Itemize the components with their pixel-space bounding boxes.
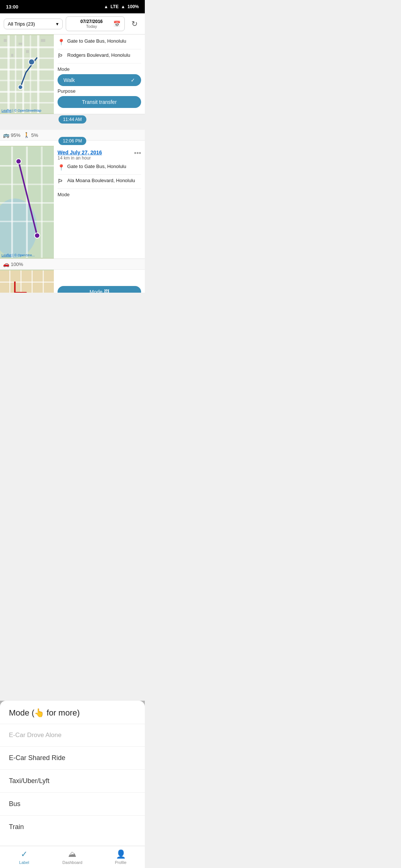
svg-rect-16 — [41, 39, 45, 42]
svg-rect-36 — [9, 270, 10, 293]
svg-point-28 — [16, 159, 21, 164]
svg-rect-7 — [0, 57, 54, 59]
signal-icon: ▲ — [121, 4, 125, 9]
map-svg-2 — [0, 146, 54, 259]
trip-2-dest-2: 🏳 Ala Moana Boulevard, Honolulu — [58, 178, 141, 189]
flag-icon-1: 🏳 — [58, 53, 65, 60]
trip-1-dest-1: 📍 Gate to Gate Bus, Honolulu — [58, 38, 141, 49]
chevron-down-icon: ▾ — [56, 21, 59, 27]
purpose-button-1[interactable]: Transit transfer — [58, 96, 141, 108]
svg-rect-38 — [32, 270, 33, 293]
bus-icon: 🚌 — [3, 132, 9, 138]
trip-1-dest-text-1: Gate to Gate Bus, Honolulu — [67, 38, 126, 45]
svg-rect-27 — [41, 147, 43, 258]
refresh-button[interactable]: ↻ — [128, 17, 141, 30]
svg-rect-37 — [20, 270, 22, 293]
svg-rect-26 — [26, 147, 28, 258]
osm-link-2: | © OpenStre... — [13, 253, 35, 257]
trip-1-info: 📍 Gate to Gate Bus, Honolulu 🏳 Rodgers B… — [54, 34, 145, 114]
trip-2-dest-1: 📍 Gate to Gate Bus, Honolulu — [58, 164, 141, 175]
scroll-area[interactable]: Leaflet | © OpenStreetMap 📍 Gate to Gate… — [0, 34, 145, 293]
purpose-value-1: Transit transfer — [82, 99, 117, 105]
walk-pct: 🚶 5% — [23, 132, 38, 138]
refresh-icon: ↻ — [131, 19, 138, 28]
map-thumbnail-2[interactable]: Leaflet | © OpenStre... — [0, 146, 54, 259]
mode-value-3: Mode 🖼 — [89, 289, 109, 293]
car-pct-label: 100% — [11, 262, 23, 267]
status-time: 13:00 — [6, 4, 18, 10]
trip-1-dest-2: 🏳 Rodgers Boulevard, Honolulu — [58, 52, 141, 63]
svg-rect-11 — [0, 102, 54, 103]
destination-pin-icon-2: 📍 — [58, 164, 65, 171]
mode-value-1: Walk — [63, 77, 75, 83]
mode-button-1[interactable]: Walk ✓ — [58, 74, 141, 86]
map-thumbnail-3[interactable]: Leaflet | © OpenStreetMap — [0, 270, 54, 293]
battery-label: 100% — [127, 4, 139, 9]
svg-point-29 — [35, 233, 40, 238]
map-svg-3 — [0, 270, 54, 293]
flag-icon-2: 🏳 — [58, 178, 65, 185]
destination-pin-icon-1: 📍 — [58, 39, 65, 46]
svg-rect-6 — [0, 46, 54, 48]
time-spacer-1: 11:44 AM — [0, 114, 145, 125]
leaflet-badge-1[interactable]: Leaflet | © OpenStreetMap — [1, 109, 41, 112]
status-bar: 13:00 ▲ LTE ▲ 100% — [0, 0, 145, 13]
car-icon: 🚗 — [3, 261, 9, 267]
trip-2-dest-text-1: Gate to Gate Bus, Honolulu — [67, 164, 126, 170]
car-pct: 🚗 100% — [3, 261, 23, 267]
leaflet-link-1[interactable]: Leaflet — [1, 109, 12, 112]
trip-card-2: 🚌 95% 🚶 5% 12:06 PM — [0, 130, 145, 259]
trips-label: All Trips (23) — [8, 21, 35, 27]
map-svg-1 — [0, 34, 54, 114]
walk-icon: 🚶 — [23, 132, 30, 138]
trips-dropdown[interactable]: All Trips (23) ▾ — [4, 19, 63, 29]
wifi-icon: ▲ — [104, 4, 108, 9]
trip-2-header: Wed July 27, 2016 14 km in an hour ••• — [58, 149, 141, 161]
trip-2-dest-text-2: Ala Moana Boulevard, Honolulu — [67, 178, 135, 184]
mode-label-1: Mode — [58, 66, 141, 72]
trip-3-info: Mode 🖼 — [54, 270, 145, 293]
toolbar: All Trips (23) ▾ 07/27/2016 Today 📅 ↻ — [0, 13, 145, 34]
date-picker[interactable]: 07/27/2016 Today 📅 — [66, 16, 125, 31]
svg-rect-10 — [0, 91, 54, 93]
purpose-label-1: Purpose — [58, 88, 141, 94]
mode-label-2: Mode — [58, 192, 141, 197]
svg-rect-15 — [26, 50, 29, 53]
time-bubble-1: 11:44 AM — [59, 115, 87, 124]
walk-pct-label: 5% — [31, 132, 38, 138]
mode-button-3[interactable]: Mode 🖼 — [58, 286, 141, 293]
date-sub-label: Today — [70, 24, 113, 29]
trip-card-3: 🚗 100% — [0, 259, 145, 293]
trip-2-info: Wed July 27, 2016 14 km in an hour ••• 📍… — [54, 146, 145, 259]
svg-rect-25 — [11, 147, 13, 258]
svg-rect-14 — [11, 54, 13, 57]
bus-pct: 🚌 95% — [3, 132, 20, 138]
leaflet-badge-2[interactable]: Leaflet | © OpenStre... — [1, 253, 35, 257]
trip-2-date[interactable]: Wed July 27, 2016 — [58, 149, 102, 155]
svg-point-18 — [29, 59, 35, 65]
svg-rect-13 — [19, 43, 22, 45]
network-label: LTE — [111, 4, 119, 9]
leaflet-link-2[interactable]: Leaflet — [1, 253, 12, 257]
date-label: 07/27/2016 — [70, 19, 113, 24]
trip-1-dest-text-2: Rodgers Boulevard, Honolulu — [67, 52, 130, 59]
bus-pct-label: 95% — [11, 132, 20, 138]
more-button-2[interactable]: ••• — [134, 149, 141, 157]
check-icon-1: ✓ — [131, 77, 135, 83]
map-thumbnail-1[interactable]: Leaflet | © OpenStreetMap — [0, 34, 54, 114]
svg-rect-39 — [43, 270, 44, 293]
status-right: ▲ LTE ▲ 100% — [104, 4, 139, 9]
svg-rect-12 — [4, 39, 7, 42]
svg-rect-31 — [0, 282, 54, 283]
mode-pct-3: 🚗 100% — [0, 259, 145, 270]
calendar-icon: 📅 — [113, 20, 121, 27]
svg-rect-9 — [0, 80, 54, 81]
trip-card-1: Leaflet | © OpenStreetMap 📍 Gate to Gate… — [0, 34, 145, 114]
osm-link-1: | © OpenStreetMap — [13, 109, 42, 112]
svg-point-17 — [18, 85, 23, 89]
trip-2-distance: 14 km in an hour — [58, 155, 102, 161]
purpose-section-1: Purpose Transit transfer — [58, 88, 141, 108]
time-bubble-2: 12:06 PM — [58, 137, 86, 145]
